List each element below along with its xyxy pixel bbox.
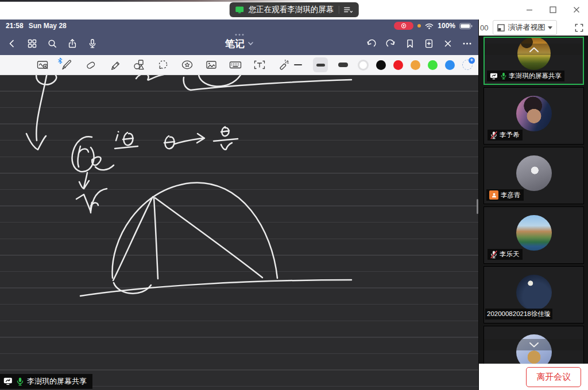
close-button[interactable] bbox=[564, 0, 588, 20]
screen-share-icon bbox=[235, 6, 244, 14]
thickness-medium-selected[interactable] bbox=[313, 57, 328, 72]
zoom-window-icon bbox=[36, 58, 49, 71]
window-controls bbox=[517, 0, 588, 20]
scroll-up-control[interactable] bbox=[485, 44, 583, 55]
shapes-tool[interactable] bbox=[132, 58, 146, 72]
pages-grid-button[interactable] bbox=[27, 38, 37, 49]
shapes-icon bbox=[133, 58, 145, 71]
bluetooth-icon bbox=[57, 56, 63, 67]
participant-tile[interactable]: 李予希 bbox=[483, 87, 584, 145]
close-x-icon bbox=[443, 38, 453, 49]
tool-group bbox=[36, 58, 291, 72]
share-button[interactable] bbox=[67, 38, 78, 49]
more-button[interactable] bbox=[462, 38, 473, 49]
minimize-icon bbox=[525, 5, 534, 14]
zoom-window-tool[interactable] bbox=[36, 58, 49, 72]
add-color-button[interactable]: + bbox=[462, 60, 473, 70]
fullscreen-icon bbox=[575, 24, 583, 32]
note-canvas[interactable]: 李澍琪的屏幕共享 bbox=[0, 75, 478, 390]
eraser-tool[interactable] bbox=[84, 58, 98, 72]
thickness-thin[interactable] bbox=[291, 57, 305, 72]
participant-tile-partial[interactable] bbox=[483, 326, 584, 364]
navbar-right-group bbox=[366, 32, 473, 55]
recording-indicator[interactable] bbox=[394, 22, 413, 30]
color-green[interactable] bbox=[428, 60, 438, 70]
eraser-icon bbox=[84, 58, 97, 71]
avatar bbox=[516, 96, 552, 131]
banner-divider bbox=[338, 6, 339, 14]
minimize-button[interactable] bbox=[517, 0, 541, 20]
undo-button[interactable] bbox=[366, 38, 377, 49]
screen-share-banner-label: 李澍琪的屏幕共享 bbox=[27, 376, 87, 387]
status-right-cluster: 100% bbox=[394, 22, 473, 30]
mic-muted-icon bbox=[490, 251, 497, 259]
add-page-icon bbox=[424, 38, 434, 49]
watching-banner[interactable]: 您正在观看李澍琪的屏幕 bbox=[230, 2, 359, 17]
color-black[interactable] bbox=[376, 60, 386, 70]
note-title[interactable]: 笔记 bbox=[225, 32, 253, 55]
participant-name-label: 李予希 bbox=[488, 130, 523, 141]
view-mode-button[interactable]: 演讲者视图 bbox=[493, 20, 557, 35]
window-titlebar: 您正在观看李澍琪的屏幕 bbox=[0, 0, 588, 20]
color-red[interactable] bbox=[393, 60, 403, 70]
thickness-thick[interactable] bbox=[335, 57, 350, 72]
lasso-tool[interactable] bbox=[156, 58, 170, 72]
keyboard-tool[interactable] bbox=[229, 58, 242, 72]
speaker-view-icon bbox=[497, 24, 505, 32]
search-icon bbox=[47, 38, 57, 49]
privacy-dot-icon bbox=[417, 24, 421, 28]
close-icon bbox=[572, 5, 581, 14]
canvas-scrollbar[interactable] bbox=[477, 199, 479, 214]
meeting-timer-fragment: 00 bbox=[480, 24, 488, 32]
participant-tile[interactable]: 李乐天 bbox=[483, 206, 584, 264]
banner-menu-icon[interactable] bbox=[343, 6, 353, 14]
color-blue[interactable] bbox=[445, 60, 455, 70]
microphone-button[interactable] bbox=[87, 38, 98, 49]
laser-pointer-tool[interactable] bbox=[277, 58, 291, 72]
search-button[interactable] bbox=[47, 38, 57, 49]
add-page-button[interactable] bbox=[424, 38, 434, 49]
highlighter-icon bbox=[109, 58, 121, 71]
maximize-button[interactable] bbox=[541, 0, 564, 20]
record-icon bbox=[401, 23, 407, 29]
image-tool[interactable] bbox=[204, 58, 218, 72]
chevron-down-icon bbox=[247, 41, 253, 46]
chevron-left-icon bbox=[7, 38, 17, 49]
battery-percent: 100% bbox=[438, 22, 455, 30]
scroll-down-control[interactable] bbox=[484, 339, 583, 350]
text-tool[interactable] bbox=[253, 58, 266, 72]
back-button[interactable] bbox=[7, 38, 17, 49]
bookmark-button[interactable] bbox=[405, 38, 415, 49]
participant-name-label: 李乐天 bbox=[488, 249, 523, 260]
image-icon bbox=[205, 58, 218, 71]
screen-share-mini-icon bbox=[490, 73, 498, 80]
mic-on-icon bbox=[501, 72, 506, 80]
drawing-toolbar: + bbox=[0, 55, 478, 75]
bookmark-icon bbox=[405, 38, 415, 49]
participant-tile-sharing[interactable]: 李澍琪的屏幕共享 bbox=[483, 37, 584, 85]
stylus-pen-tool[interactable] bbox=[60, 58, 74, 72]
grid-icon bbox=[27, 38, 37, 49]
lasso-icon bbox=[157, 58, 169, 71]
undo-icon bbox=[366, 38, 377, 49]
fullscreen-button[interactable] bbox=[575, 24, 583, 32]
shared-screen: 21:58 Sun May 28 100% bbox=[0, 20, 478, 390]
highlighter-tool[interactable] bbox=[108, 58, 122, 72]
note-title-label: 笔记 bbox=[225, 37, 245, 50]
redo-button[interactable] bbox=[385, 38, 396, 49]
leave-meeting-button[interactable]: 离开会议 bbox=[526, 367, 581, 387]
screen-share-banner: 李澍琪的屏幕共享 bbox=[0, 374, 92, 389]
participant-tile[interactable]: 李彦青 bbox=[483, 147, 584, 204]
redo-icon bbox=[385, 38, 396, 49]
participant-tile[interactable]: 202000820218徐佳璇 bbox=[483, 266, 584, 323]
color-orange[interactable] bbox=[411, 60, 420, 70]
mic-muted-icon bbox=[490, 131, 497, 139]
avatar bbox=[516, 155, 552, 191]
participant-name-label: 李澍琪的屏幕共享 bbox=[487, 71, 564, 81]
text-icon bbox=[253, 58, 266, 71]
color-white[interactable] bbox=[358, 60, 369, 71]
elements-tool[interactable] bbox=[180, 58, 194, 72]
chevron-up-icon bbox=[528, 46, 540, 53]
screen-share-mini-icon bbox=[3, 377, 13, 385]
close-note-button[interactable] bbox=[443, 38, 453, 49]
